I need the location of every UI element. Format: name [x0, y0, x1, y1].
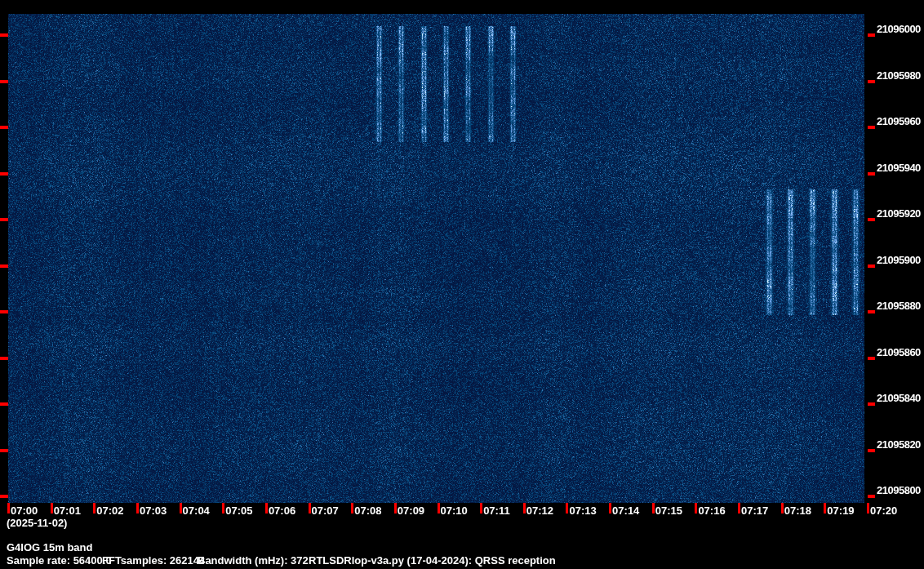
- freq-tick-left: [0, 33, 8, 37]
- time-axis-label: 07:20: [870, 505, 897, 517]
- time-axis-label: 07:09: [398, 505, 424, 517]
- program-version-label: RTLSDRlop-v3a.py (17-04-2024): QRSS rece…: [309, 554, 556, 567]
- time-tick: [93, 503, 96, 513]
- freq-tick-right: [868, 402, 875, 406]
- freq-axis-label: 21095800: [877, 484, 921, 496]
- qrss-grabber-screenshot: (2025-11-02) G4IOG 15m band Sample rate:…: [0, 0, 924, 569]
- time-tick: [265, 503, 268, 513]
- freq-axis-label: 21095820: [877, 438, 921, 451]
- time-tick: [824, 503, 826, 513]
- freq-axis-label: 21095860: [877, 346, 921, 358]
- time-axis-label: 07:06: [269, 505, 295, 517]
- freq-tick-left: [0, 172, 8, 176]
- freq-axis-label: 21095920: [877, 207, 921, 220]
- time-axis-label: 07:18: [784, 505, 811, 517]
- time-axis-label: 07:19: [827, 505, 854, 517]
- time-axis-label: 07:16: [698, 505, 725, 517]
- time-tick: [566, 503, 568, 513]
- freq-tick-left: [0, 357, 8, 360]
- time-tick: [480, 503, 482, 513]
- time-tick: [222, 503, 224, 513]
- time-axis-label: 07:08: [354, 505, 381, 517]
- time-tick: [523, 503, 526, 513]
- fft-samples-label: FFTsamples: 262144: [102, 554, 205, 567]
- freq-axis-label: 21095900: [877, 254, 921, 266]
- freq-tick-right: [868, 449, 875, 452]
- freq-axis-label: 21096000: [877, 23, 921, 35]
- freq-tick-left: [0, 402, 8, 406]
- time-axis-label: 07:14: [612, 505, 639, 517]
- freq-tick-right: [868, 495, 875, 498]
- freq-tick-left: [0, 449, 8, 452]
- freq-axis-label: 21095980: [877, 69, 921, 82]
- freq-tick-left: [0, 495, 8, 498]
- time-tick: [394, 503, 397, 513]
- time-tick: [781, 503, 784, 513]
- time-axis-label: 07:11: [483, 505, 510, 517]
- time-tick: [867, 503, 869, 513]
- freq-tick-left: [0, 218, 8, 221]
- freq-axis-label: 21095960: [877, 115, 921, 127]
- date-label: (2025-11-02): [7, 517, 67, 529]
- freq-tick-left: [0, 264, 8, 268]
- time-tick: [309, 503, 311, 513]
- time-axis-label: 07:13: [569, 505, 596, 517]
- time-tick: [695, 503, 697, 513]
- time-axis-label: 07:03: [140, 505, 167, 517]
- time-tick: [438, 503, 440, 513]
- time-axis-label: 07:12: [526, 505, 553, 517]
- time-axis-label: 07:07: [312, 505, 339, 517]
- freq-tick-right: [868, 172, 875, 176]
- time-axis-label: 07:02: [96, 505, 123, 517]
- freq-axis-label: 21095880: [877, 300, 921, 312]
- time-axis-label: 07:10: [441, 505, 468, 517]
- freq-axis-label: 21095940: [877, 162, 921, 174]
- time-tick: [351, 503, 353, 513]
- time-tick: [7, 503, 10, 513]
- freq-tick-left: [0, 310, 8, 313]
- spectrogram-canvas: [0, 0, 924, 569]
- freq-tick-right: [868, 33, 875, 37]
- time-axis-label: 07:15: [655, 505, 682, 517]
- time-tick: [609, 503, 611, 513]
- freq-tick-right: [868, 310, 875, 313]
- time-axis-label: 07:04: [183, 505, 210, 517]
- freq-tick-right: [868, 264, 875, 268]
- time-axis-label: 07:05: [225, 505, 252, 517]
- time-axis-label: 07:00: [11, 505, 38, 517]
- freq-tick-left: [0, 80, 8, 83]
- freq-tick-right: [868, 80, 875, 83]
- freq-axis-label: 21095840: [877, 392, 921, 404]
- time-axis-label: 07:17: [741, 505, 768, 517]
- time-tick: [180, 503, 182, 513]
- station-band-label: G4IOG 15m band: [7, 541, 92, 553]
- time-tick: [136, 503, 139, 513]
- time-axis-label: 07:01: [54, 505, 81, 517]
- time-tick: [738, 503, 740, 513]
- freq-tick-right: [868, 218, 875, 221]
- sample-rate-label: Sample rate: 56400.0: [7, 554, 112, 567]
- bandwidth-label: Bandwidth (mHz): 372: [198, 554, 309, 567]
- freq-tick-right: [868, 357, 875, 360]
- time-tick: [51, 503, 53, 513]
- freq-tick-left: [0, 126, 8, 129]
- time-tick: [652, 503, 655, 513]
- freq-tick-right: [868, 126, 875, 129]
